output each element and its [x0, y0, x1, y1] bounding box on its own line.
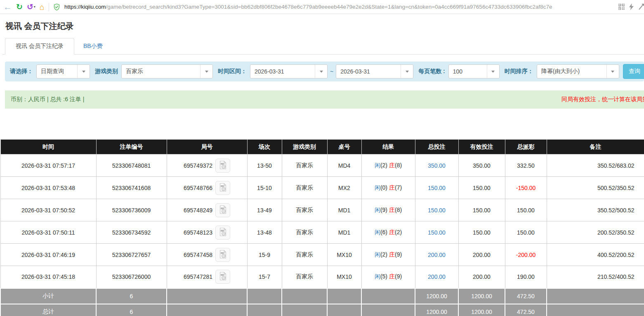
grand-total-label: 总计	[0, 304, 96, 316]
table-row: 2026-03-31 07:46:19 523306727657 6957474…	[0, 244, 644, 266]
home-icon[interactable]: ⌂	[40, 3, 45, 11]
result-player-label: 闲	[375, 184, 380, 191]
cell-remark: 400.52/200.52	[547, 244, 644, 266]
cell-round: 695747458	[167, 244, 247, 266]
result-player-score: (2)	[380, 251, 387, 258]
result-player-score: (0)	[380, 184, 387, 191]
chevron-down-icon[interactable]	[401, 65, 413, 78]
undo-icon[interactable]: ↺▾	[27, 3, 35, 11]
result-player-label: 闲	[375, 251, 380, 258]
chevron-down-icon[interactable]	[606, 65, 619, 78]
header-result: 结果	[361, 140, 415, 154]
cell-total-bet[interactable]: 150.00	[415, 177, 458, 199]
cell-game-type: 百家乐	[282, 266, 327, 288]
cell-session: 15-9	[247, 244, 282, 266]
cell-bet-id: 523306734592	[96, 221, 167, 244]
address-bar[interactable]: https://kiqiiu.com/game/betrecord_search…	[64, 4, 614, 10]
page-size-label: 每页笔数 :	[418, 68, 445, 75]
video-record-icon	[219, 183, 227, 193]
cell-session: 13-48	[247, 221, 282, 244]
table-body: 2026-03-31 07:57:17 523306748081 6957493…	[0, 154, 644, 288]
cell-time: 2026-03-31 07:50:52	[0, 199, 96, 221]
result-player-score: (9)	[380, 207, 387, 213]
round-id: 695749372	[184, 162, 212, 169]
qr-code-icon[interactable]	[618, 4, 625, 10]
cell-payout: 150.00	[505, 199, 547, 221]
tab-bb-tips[interactable]: BB小费	[74, 38, 112, 54]
cell-game-type: 百家乐	[282, 154, 327, 177]
cell-total-bet[interactable]: 200.00	[415, 266, 458, 288]
page-size-select[interactable]: 100	[448, 64, 500, 78]
date-to-select[interactable]: 2026-03-31	[336, 64, 413, 78]
cell-remark: 200.52/350.52	[547, 221, 644, 244]
result-banker-label: 庄	[389, 162, 395, 169]
cell-game-type: 百家乐	[282, 244, 327, 266]
header-session: 场次	[247, 140, 282, 154]
security-shield-icon[interactable]	[53, 3, 60, 11]
subtotal-total-bet: 1200.00	[415, 288, 458, 304]
subtotal-count: 6	[96, 288, 167, 304]
cell-time: 2026-03-31 07:57:17	[0, 154, 96, 177]
cell-remark: 210.52/400.52	[547, 266, 644, 288]
summary-bar: 币别：人民币 | 总共 :6 注单 | 同局有效投注，统一计算在该局第	[5, 90, 644, 109]
video-record-icon	[219, 205, 227, 215]
search-button[interactable]: 查询	[623, 64, 644, 79]
cell-round: 695748249	[167, 199, 247, 221]
round-id: 695748123	[184, 229, 212, 236]
cell-result: 闲(2)庄(9)	[361, 244, 415, 266]
page-title: 视讯 会员下注纪录	[2, 14, 644, 32]
url-host: https://kiqiiu.com	[64, 4, 106, 10]
video-replay-button[interactable]	[215, 226, 230, 240]
subtotal-row: 小计 6 1200.00 1200.00 472.50	[0, 288, 644, 304]
cell-payout: 332.50	[505, 154, 547, 177]
chevron-down-icon[interactable]	[200, 65, 212, 78]
grand-total-row: 总计 6 1200.00 1200.00 472.50	[0, 304, 644, 316]
cell-session: 13-49	[247, 199, 282, 221]
video-replay-button[interactable]	[215, 270, 230, 284]
result-banker-label: 庄	[389, 207, 395, 213]
video-replay-button[interactable]	[215, 248, 230, 262]
date-from-select[interactable]: 2026-03-31	[250, 64, 328, 78]
header-table-no: 桌号	[327, 140, 361, 154]
game-type-label: 游戏类别	[95, 68, 118, 75]
tab-bet-records[interactable]: 视讯 会员下注纪录	[5, 38, 74, 55]
video-replay-button[interactable]	[215, 181, 230, 195]
cell-remark: 500.52/350.52	[547, 177, 644, 199]
chevron-down-icon[interactable]	[487, 65, 499, 78]
page-size-value: 100	[449, 68, 487, 75]
video-replay-button[interactable]	[215, 159, 230, 173]
sort-order-select[interactable]: 降幂(由大到小)	[537, 64, 619, 78]
table-header-row: 时间 注单编号 局号 场次 游戏类别 桌号 结果 总投注 有效投注 总派彩 备注	[0, 140, 644, 154]
cell-total-bet[interactable]: 350.00	[415, 154, 458, 177]
chevron-down-icon[interactable]	[77, 65, 90, 78]
result-banker-score: (9)	[395, 273, 402, 280]
date-mode-select[interactable]: 日期查询	[36, 64, 90, 78]
cell-time: 2026-03-31 07:50:11	[0, 221, 96, 244]
cell-total-bet[interactable]: 150.00	[415, 199, 458, 221]
currency-total-text: 币别：人民币 | 总共 :6 注单 |	[5, 96, 84, 103]
cell-table-no: MX10	[327, 266, 361, 288]
cell-bet-id: 523306727657	[96, 244, 167, 266]
lightning-icon[interactable]	[629, 3, 634, 10]
result-banker-score: (9)	[395, 251, 402, 258]
refresh-icon[interactable]: ↻	[16, 3, 23, 11]
header-valid-bet: 有效投注	[458, 140, 505, 154]
result-player-score: (2)	[380, 162, 387, 169]
game-type-select[interactable]: 百家乐	[121, 64, 213, 78]
date-from-value: 2026-03-31	[250, 68, 315, 75]
video-record-icon	[219, 228, 227, 238]
cell-total-bet[interactable]: 200.00	[415, 244, 458, 266]
header-time: 时间	[0, 140, 96, 154]
chevron-down-icon[interactable]	[315, 65, 327, 78]
result-banker-label: 庄	[389, 273, 395, 280]
cell-bet-id: 523306736009	[96, 199, 167, 221]
video-record-icon	[219, 250, 227, 260]
cell-remark: 350.52/683.02	[547, 154, 644, 177]
toolbar-right-icons	[618, 3, 644, 10]
back-icon[interactable]: ←	[3, 2, 12, 11]
sort-order-value: 降幂(由大到小)	[537, 68, 606, 75]
result-player-score: (5)	[380, 273, 387, 280]
clipped-edge-icon[interactable]	[638, 4, 644, 10]
cell-total-bet[interactable]: 150.00	[415, 221, 458, 244]
video-replay-button[interactable]	[215, 203, 230, 217]
